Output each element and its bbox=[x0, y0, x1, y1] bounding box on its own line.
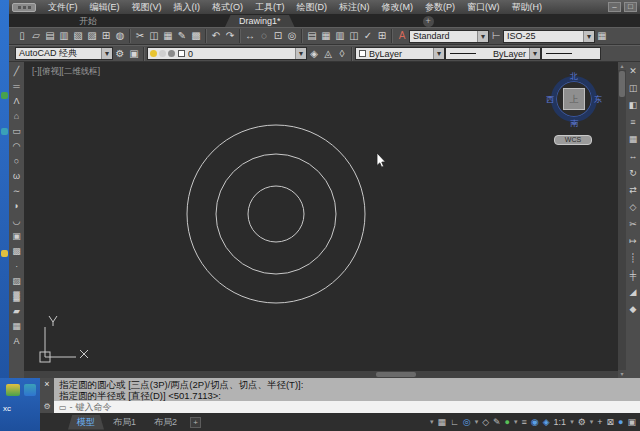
menu-tools[interactable]: 工具(T) bbox=[249, 0, 291, 14]
tab-drawing1[interactable]: Drawing1* bbox=[225, 15, 295, 27]
viewcube-north-label[interactable]: 北 bbox=[570, 71, 578, 82]
pan-icon[interactable]: ↔ bbox=[243, 29, 257, 43]
horizontal-scroll-thumb[interactable] bbox=[376, 372, 416, 377]
dim-style-icon[interactable]: ⊢ bbox=[489, 29, 503, 43]
wcs-button[interactable]: WCS bbox=[554, 135, 592, 145]
polar-tracking-icon[interactable]: ◎ bbox=[463, 414, 471, 430]
layer-combo[interactable]: 0 ▾ bbox=[147, 47, 307, 60]
viewcube-west-label[interactable]: 西 bbox=[546, 94, 554, 105]
point-icon[interactable]: ∙ bbox=[11, 260, 23, 272]
scroll-down-icon[interactable]: ▾ bbox=[618, 370, 626, 378]
polyline-icon[interactable]: Λ bbox=[11, 95, 23, 107]
viewcube-top-face[interactable]: 上 bbox=[563, 88, 585, 110]
paste-icon[interactable]: ▦ bbox=[161, 29, 175, 43]
zoom-previous-icon[interactable]: ◎ bbox=[285, 29, 299, 43]
new-tab-button[interactable]: + bbox=[423, 16, 434, 27]
text-style-icon[interactable]: A bbox=[395, 29, 409, 43]
annotation-visibility-icon[interactable]: ◉ bbox=[531, 414, 539, 430]
osnap-icon[interactable]: ✎ bbox=[493, 414, 501, 430]
circle-icon[interactable]: ○ bbox=[11, 155, 23, 167]
customize-wrench-icon[interactable]: ⚙ bbox=[43, 402, 50, 411]
make-block-icon[interactable]: ▩ bbox=[11, 245, 23, 257]
copy-icon[interactable]: ◫ bbox=[147, 29, 161, 43]
lineweight-icon[interactable]: ≡ bbox=[522, 414, 527, 430]
table-icon[interactable]: ▦ bbox=[11, 320, 23, 332]
workspace-combo[interactable]: AutoCAD 经典 ▾ bbox=[15, 47, 113, 60]
designcenter-icon[interactable]: ▦ bbox=[319, 29, 333, 43]
layer-freeze-icon[interactable] bbox=[159, 50, 166, 57]
save-icon[interactable]: ▤ bbox=[43, 29, 57, 43]
close-icon[interactable]: × bbox=[44, 380, 49, 389]
sheetset-icon[interactable]: ◫ bbox=[347, 29, 361, 43]
chevron-down-icon[interactable]: ▾ bbox=[430, 414, 434, 430]
chevron-down-icon[interactable]: ▾ bbox=[514, 414, 518, 430]
annotation-autoscale-icon[interactable]: ◈ bbox=[543, 414, 550, 430]
mirror-icon[interactable]: ◧ bbox=[627, 99, 639, 111]
snap-mode-icon[interactable]: ▦ bbox=[437, 414, 446, 430]
chevron-down-icon[interactable]: ▾ bbox=[529, 48, 540, 59]
plot-preview-icon[interactable]: ▧ bbox=[71, 29, 85, 43]
table-style-icon[interactable]: ▦ bbox=[595, 29, 609, 43]
scale-icon[interactable]: ⇄ bbox=[627, 184, 639, 196]
annotation-scale-value[interactable]: 1:1 bbox=[554, 414, 567, 430]
tab-layout2[interactable]: 布局2 bbox=[145, 415, 186, 430]
workspace-gear-icon[interactable]: ⚙ bbox=[578, 414, 586, 430]
properties-icon[interactable]: ▤ bbox=[305, 29, 319, 43]
chevron-down-icon[interactable]: ▾ bbox=[101, 48, 112, 59]
web-icon[interactable]: ◍ bbox=[113, 29, 127, 43]
menu-file[interactable]: 文件(F) bbox=[42, 0, 84, 14]
isolate-objects-icon[interactable]: ⊠ bbox=[607, 414, 615, 430]
color-combo[interactable]: ByLayer ▾ bbox=[355, 47, 445, 60]
viewcube-east-label[interactable]: 东 bbox=[594, 94, 602, 105]
drawing-canvas[interactable]: [-][俯视][二维线框] 上 北 南 东 西 WCS bbox=[24, 62, 618, 371]
restore-button[interactable]: □ bbox=[624, 2, 637, 12]
minimize-button[interactable]: – bbox=[608, 2, 621, 12]
menu-parametric[interactable]: 参数(P) bbox=[419, 0, 461, 14]
tab-start[interactable]: 开始 bbox=[69, 15, 107, 27]
chevron-down-icon[interactable]: ▾ bbox=[477, 31, 488, 42]
join-icon[interactable]: ╪ bbox=[627, 269, 639, 281]
hardware-acceleration-icon[interactable]: ● bbox=[618, 414, 623, 430]
zoom-window-icon[interactable]: ⊡ bbox=[271, 29, 285, 43]
redo-icon[interactable]: ↷ bbox=[223, 29, 237, 43]
transfer-icon[interactable]: ⊞ bbox=[99, 29, 113, 43]
stretch-icon[interactable]: ◇ bbox=[627, 201, 639, 213]
insert-block-icon[interactable]: ▣ bbox=[11, 230, 23, 242]
vertical-scrollbar[interactable]: ▴ ▾ bbox=[618, 62, 626, 378]
plot-icon[interactable]: ▥ bbox=[57, 29, 71, 43]
chevron-down-icon[interactable]: ▾ bbox=[583, 31, 594, 42]
menu-window[interactable]: 窗口(W) bbox=[461, 0, 506, 14]
ellipse-arc-icon[interactable]: ◡ bbox=[11, 215, 23, 227]
menu-help[interactable]: 帮助(H) bbox=[506, 0, 549, 14]
workspace-settings-gear-icon[interactable]: ⚙ bbox=[113, 47, 127, 61]
undo-icon[interactable]: ↶ bbox=[209, 29, 223, 43]
arc-icon[interactable]: ◠ bbox=[11, 140, 23, 152]
chevron-down-icon[interactable]: ▾ bbox=[590, 414, 594, 430]
tool-palettes-icon[interactable]: ▥ bbox=[333, 29, 347, 43]
layer-bulb-icon[interactable] bbox=[150, 50, 157, 57]
linetype-combo[interactable]: ByLayer ▾ bbox=[445, 47, 541, 60]
horizontal-scrollbar[interactable] bbox=[24, 371, 618, 378]
menu-edit[interactable]: 编辑(E) bbox=[84, 0, 126, 14]
layer-previous-icon[interactable]: ◬ bbox=[321, 47, 335, 61]
layer-lock-icon[interactable] bbox=[168, 50, 175, 57]
ortho-icon[interactable]: ∟ bbox=[450, 414, 459, 430]
annotation-monitor-icon[interactable]: + bbox=[597, 414, 602, 430]
app-button[interactable] bbox=[12, 3, 36, 12]
hatch-icon[interactable]: ▨ bbox=[11, 275, 23, 287]
polygon-icon[interactable]: ⌂ bbox=[11, 110, 23, 122]
markup-icon[interactable]: ✓ bbox=[361, 29, 375, 43]
region-icon[interactable]: ▰ bbox=[11, 305, 23, 317]
chevron-down-icon[interactable]: ▾ bbox=[475, 414, 479, 430]
lineweight-combo[interactable] bbox=[541, 47, 601, 60]
menu-modify[interactable]: 修改(M) bbox=[376, 0, 420, 14]
match-properties-icon[interactable]: ✎ bbox=[175, 29, 189, 43]
scroll-up-icon[interactable]: ▴ bbox=[618, 62, 626, 70]
menu-view[interactable]: 视图(V) bbox=[126, 0, 168, 14]
copy-object-icon[interactable]: ◫ bbox=[627, 82, 639, 94]
ellipse-icon[interactable]: ◗ bbox=[11, 200, 23, 212]
chevron-down-icon[interactable]: ▾ bbox=[295, 48, 306, 59]
gradient-icon[interactable]: ▓ bbox=[11, 290, 23, 302]
viewcube-south-label[interactable]: 南 bbox=[570, 118, 578, 129]
new-layout-button[interactable]: + bbox=[190, 417, 201, 428]
